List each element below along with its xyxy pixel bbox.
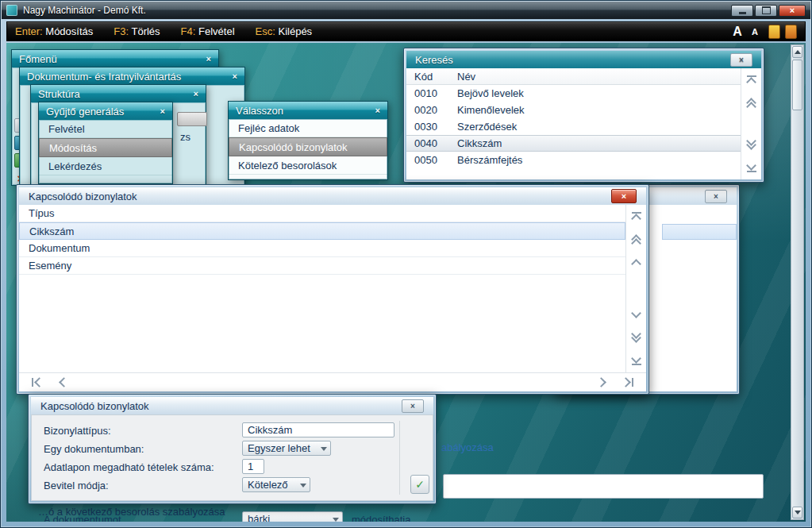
gyujto-titlebar[interactable]: Gyűjtő generálás ×	[39, 102, 172, 120]
related-docs-titlebar[interactable]: Kapcsolódó bizonylatok ×	[19, 187, 646, 205]
dialog-titlebar[interactable]: Kapcsolódó bizonylatok ×	[31, 397, 433, 414]
related-docs-close-button[interactable]: ×	[611, 189, 637, 203]
background-input-fragment[interactable]	[443, 474, 764, 499]
font-decrease-button[interactable]: A	[746, 24, 764, 40]
maximize-button[interactable]	[755, 5, 777, 17]
prev-page-button[interactable]	[59, 377, 69, 387]
scroll-top-button[interactable]	[746, 75, 756, 87]
window-title: Nagy Machinátor - Demó Kft.	[23, 5, 146, 16]
bizonylattipus-input[interactable]: Cikkszám	[242, 422, 394, 437]
triangle-up-icon	[795, 50, 801, 54]
scroll-pageup-button[interactable]	[746, 98, 756, 112]
hotkey-delete[interactable]: F3: Törlés	[114, 25, 160, 37]
valasszon-titlebar[interactable]: Válasszon ×	[229, 102, 387, 119]
cell-code: 0040	[406, 137, 451, 149]
last-page-button[interactable]	[621, 377, 633, 387]
background-button-fragment[interactable]	[177, 112, 207, 126]
check-icon: ✓	[415, 478, 425, 491]
next-page-button[interactable]	[596, 377, 606, 387]
font-increase-button[interactable]: A	[729, 24, 746, 40]
related-docs-body: Típus Cikkszám Dokumentum Esemény	[19, 205, 646, 391]
dialog-close-button[interactable]: ×	[402, 399, 424, 413]
option-kapcsolodo-bizonylatok[interactable]: Kapcsolódó bizonylatok	[229, 137, 387, 156]
dokumentum-titlebar[interactable]: Dokumentum- és Iratnyilvántartás ×	[20, 67, 244, 85]
cell-name: Kimenőlevelek	[451, 104, 525, 116]
table-row[interactable]: 0010 Bejövő levelek	[406, 85, 741, 102]
table-row[interactable]: 0050 Bérszámfejtés	[406, 152, 741, 168]
scroll-down-button[interactable]	[631, 308, 641, 318]
background-link-fragment[interactable]: abályozása	[441, 441, 494, 453]
list-item-selected[interactable]: Cikkszám	[19, 222, 625, 240]
cell-code: 0010	[406, 87, 451, 99]
option-kotelezo-besorolasok[interactable]: Kötelező besorolások	[229, 156, 387, 175]
struktura-titlebar[interactable]: Struktúra ×	[31, 85, 206, 102]
window-titlebar[interactable]: Nagy Machinátor - Demó Kft. ×	[2, 2, 810, 19]
scroll-pageup-button[interactable]	[631, 234, 641, 249]
partial-close-button[interactable]: ×	[705, 190, 727, 203]
struktura-title: Struktúra	[38, 88, 80, 100]
hotkey-key: Esc:	[256, 25, 275, 37]
table-row[interactable]: 0020 Kimenőlevelek	[406, 102, 741, 118]
triangle-down-icon	[795, 511, 801, 515]
scroll-bottom-button[interactable]	[631, 353, 641, 365]
related-docs-dialog: Kapcsolódó bizonylatok × Bizonylattípus:…	[28, 394, 437, 504]
kereses-window: Keresés × Kód Név 0010 Bejövő levelek 00…	[403, 48, 764, 183]
hotkey-key: Enter:	[15, 25, 43, 37]
close-icon[interactable]: ×	[206, 54, 211, 64]
close-icon[interactable]: ×	[375, 106, 380, 115]
table-row[interactable]: 0030 Szerződések	[406, 118, 741, 135]
minimize-icon	[739, 12, 746, 14]
scrollbar-thumb[interactable]	[792, 60, 802, 110]
scroll-bottom-button[interactable]	[746, 160, 756, 172]
scroll-up-button[interactable]	[631, 259, 641, 269]
bevitel-modja-select[interactable]: Kötelező	[242, 477, 310, 492]
gyujto-title: Gyűjtő generálás	[46, 106, 124, 118]
cell-name: Bejövő levelek	[451, 87, 524, 99]
menu-item-lekerdezes[interactable]: Lekérdezés	[39, 157, 172, 175]
scroll-pagedown-button[interactable]	[746, 136, 756, 150]
hotkey-exit[interactable]: Esc: Kilépés	[256, 25, 313, 37]
scroll-up-arrow-button[interactable]	[792, 46, 802, 58]
cell-code: 0050	[406, 154, 451, 166]
scroll-down-arrow-button[interactable]	[792, 507, 802, 518]
menu-item-modositas[interactable]: Módosítás	[39, 138, 172, 157]
list-item[interactable]: Típus	[19, 205, 625, 222]
scroll-up-group	[631, 212, 641, 269]
scroll-pagedown-button[interactable]	[631, 329, 641, 343]
close-button[interactable]: ×	[779, 5, 806, 17]
barki-select[interactable]: bárki	[242, 511, 343, 522]
close-icon[interactable]: ×	[160, 106, 165, 116]
book-icon-1[interactable]	[768, 25, 780, 39]
close-icon[interactable]: ×	[194, 89, 198, 98]
close-icon: ×	[790, 6, 795, 15]
kereses-titlebar[interactable]: Keresés ×	[406, 51, 761, 68]
cell-name: Bérszámfejtés	[451, 154, 522, 166]
book-icon-2[interactable]	[785, 25, 797, 39]
cell-name: Szerződések	[451, 121, 517, 133]
first-page-button[interactable]	[32, 377, 44, 387]
fomenu-titlebar[interactable]: Főmenü ×	[12, 50, 218, 67]
dialog-title: Kapcsolódó bizonylatok	[40, 400, 149, 412]
hotkey-add[interactable]: F4: Felvétel	[181, 25, 235, 37]
background-label: A dokumentumot	[44, 514, 121, 522]
window-controls: ×	[731, 5, 806, 17]
egy-dokumentumban-select[interactable]: Egyszer lehet	[242, 441, 331, 456]
chevron-down-icon	[321, 447, 327, 454]
close-icon: ×	[622, 191, 626, 201]
scroll-top-button[interactable]	[631, 212, 641, 224]
workspace-scrollbar[interactable]	[791, 44, 804, 520]
table-row-selected[interactable]: 0040 Cikkszám	[406, 135, 741, 152]
list-item[interactable]: Dokumentum	[19, 240, 625, 257]
list-item[interactable]: Esemény	[19, 257, 625, 275]
tetelek-szama-input[interactable]: 1	[242, 459, 264, 474]
minimize-button[interactable]	[731, 5, 753, 17]
hotkey-modify[interactable]: Enter: Módosítás	[15, 25, 93, 37]
field-label-bevitel-modja: Bevitel módja:	[44, 480, 109, 491]
close-icon[interactable]: ×	[233, 71, 237, 81]
kereses-title: Keresés	[415, 54, 453, 66]
menu-item-felvetel[interactable]: Felvétel	[39, 120, 172, 138]
pager-bar	[19, 372, 646, 391]
kereses-close-button[interactable]: ×	[730, 53, 752, 67]
confirm-button[interactable]: ✓	[410, 475, 429, 494]
option-fejlec-adatok[interactable]: Fejléc adatok	[229, 119, 387, 137]
